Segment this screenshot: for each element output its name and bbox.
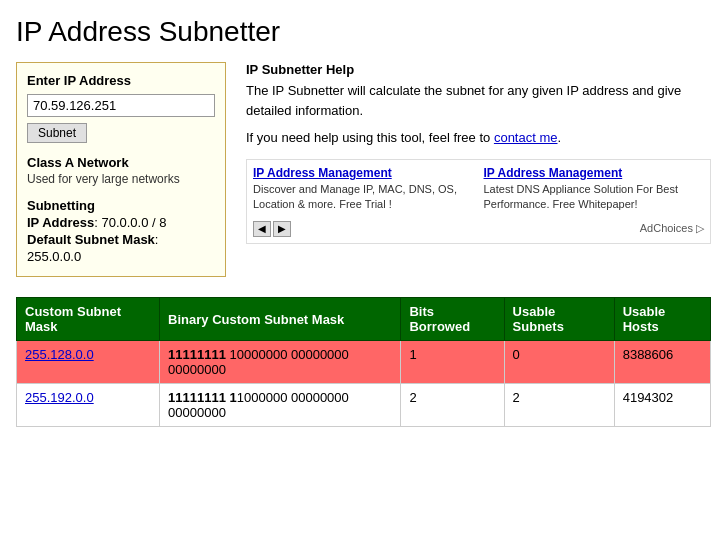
ad2-link[interactable]: IP Address Management — [484, 166, 705, 180]
ad-next-button[interactable]: ▶ — [273, 221, 291, 237]
ad1-link[interactable]: IP Address Management — [253, 166, 474, 180]
bits-cell: 2 — [401, 384, 504, 427]
ip-input[interactable] — [27, 94, 215, 117]
enter-ip-label: Enter IP Address — [27, 73, 215, 88]
help-text2: If you need help using this tool, feel f… — [246, 130, 490, 145]
col-header-binary: Binary Custom Subnet Mask — [160, 298, 401, 341]
class-desc: Used for very large networks — [27, 172, 215, 186]
right-panel: IP Subnetter Help The IP Subnetter will … — [246, 62, 711, 277]
table-header: Custom Subnet Mask Binary Custom Subnet … — [17, 298, 711, 341]
table-row: 255.192.0.011111111 11000000 00000000 00… — [17, 384, 711, 427]
page-title: IP Address Subnetter — [16, 16, 711, 48]
ad1-text: Discover and Manage IP, MAC, DNS, OS, Lo… — [253, 182, 474, 213]
main-layout: Enter IP Address Subnet Class A Network … — [16, 62, 711, 277]
ad2-text: Latest DNS Appliance Solution For Best P… — [484, 182, 705, 213]
mask-value: 255.0.0.0 — [27, 249, 215, 264]
table-row: 255.128.0.011111111 10000000 00000000 00… — [17, 341, 711, 384]
subnet-table: Custom Subnet Mask Binary Custom Subnet … — [16, 297, 711, 427]
left-panel: Enter IP Address Subnet Class A Network … — [16, 62, 226, 277]
contact-line: If you need help using this tool, feel f… — [246, 130, 711, 145]
help-title: IP Subnetter Help — [246, 62, 711, 77]
hosts-cell: 8388606 — [614, 341, 710, 384]
subnet-button[interactable]: Subnet — [27, 123, 87, 143]
subnetting-label: Subnetting — [27, 198, 95, 213]
ip-label: IP Address — [27, 215, 94, 230]
bits-cell: 1 — [401, 341, 504, 384]
ip-display-line: IP Address: 70.0.0.0 / 8 — [27, 215, 215, 230]
class-title: Class A Network — [27, 155, 215, 170]
mask-display-line: Default Subnet Mask: — [27, 232, 215, 247]
mask-label: Default Subnet Mask — [27, 232, 155, 247]
col-header-subnets: Usable Subnets — [504, 298, 614, 341]
col-header-bits: Bits Borrowed — [401, 298, 504, 341]
subnets-cell: 0 — [504, 341, 614, 384]
col-header-mask: Custom Subnet Mask — [17, 298, 160, 341]
contact-link[interactable]: contact me — [494, 130, 558, 145]
help-text1: The IP Subnetter will calculate the subn… — [246, 81, 711, 120]
ad-col-1: IP Address Management Discover and Manag… — [253, 166, 474, 213]
ad-prev-button[interactable]: ◀ — [253, 221, 271, 237]
mask-link[interactable]: 255.192.0.0 — [25, 390, 94, 405]
ad-box: IP Address Management Discover and Manag… — [246, 159, 711, 244]
subnets-cell: 2 — [504, 384, 614, 427]
subnetting-block: Subnetting IP Address: 70.0.0.0 / 8 Defa… — [27, 198, 215, 264]
ad-row: IP Address Management Discover and Manag… — [253, 166, 704, 213]
table-body: 255.128.0.011111111 10000000 00000000 00… — [17, 341, 711, 427]
ad-col-2: IP Address Management Latest DNS Applian… — [484, 166, 705, 213]
contact-after: . — [558, 130, 562, 145]
ad-nav: ◀ ▶ — [253, 221, 291, 237]
header-row: Custom Subnet Mask Binary Custom Subnet … — [17, 298, 711, 341]
mask-link[interactable]: 255.128.0.0 — [25, 347, 94, 362]
ad-choices: AdChoices ▷ — [640, 222, 704, 235]
ip-display: 70.0.0.0 / 8 — [101, 215, 166, 230]
hosts-cell: 4194302 — [614, 384, 710, 427]
col-header-hosts: Usable Hosts — [614, 298, 710, 341]
